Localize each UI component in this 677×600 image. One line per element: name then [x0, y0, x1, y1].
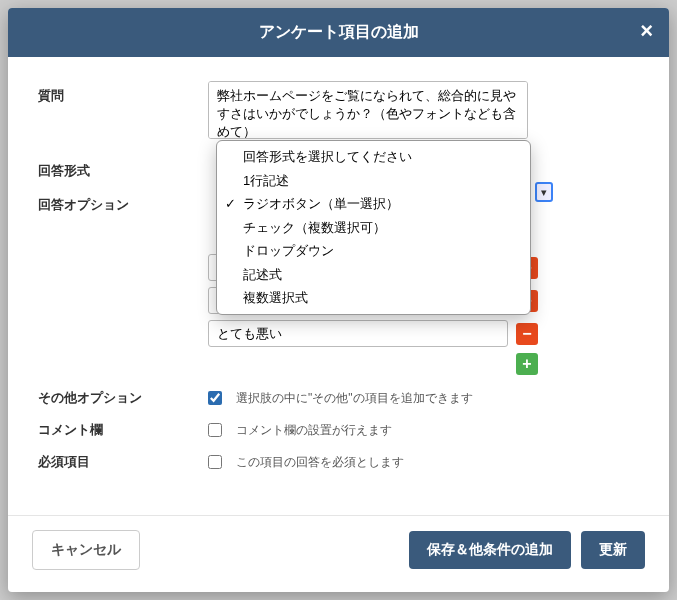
option-input[interactable]: [208, 320, 508, 347]
comment-field-checkbox[interactable]: [208, 423, 222, 437]
select-caret-icon[interactable]: ▾: [535, 182, 553, 202]
add-option-icon[interactable]: +: [516, 353, 538, 375]
label-answer-format: 回答形式: [38, 156, 208, 180]
row-question: 質問 弊社ホームページをご覧になられて、総合的に見やすさはいかがでしょうか？（色…: [38, 81, 639, 142]
row-required: 必須項目 この項目の回答を必須とします: [38, 453, 639, 471]
label-comment-field: コメント欄: [38, 421, 208, 439]
modal-title: アンケート項目の追加: [259, 22, 419, 43]
save-add-button[interactable]: 保存＆他条件の追加: [409, 531, 571, 569]
required-text: この項目の回答を必須とします: [236, 454, 404, 471]
add-option-row: +: [208, 353, 538, 375]
dropdown-option-checkbox[interactable]: チェック（複数選択可）: [217, 216, 530, 240]
footer-right: 保存＆他条件の追加 更新: [409, 531, 645, 569]
comment-field-text: コメント欄の設置が行えます: [236, 422, 392, 439]
update-button[interactable]: 更新: [581, 531, 645, 569]
question-textarea[interactable]: 弊社ホームページをご覧になられて、総合的に見やすさはいかがでしょうか？（色やフォ…: [208, 81, 528, 139]
other-option-text: 選択肢の中に"その他"の項目を追加できます: [236, 390, 473, 407]
remove-option-icon[interactable]: −: [516, 323, 538, 345]
dropdown-option-textarea[interactable]: 記述式: [217, 263, 530, 287]
required-checkbox[interactable]: [208, 455, 222, 469]
label-question: 質問: [38, 81, 208, 105]
cancel-button[interactable]: キャンセル: [32, 530, 140, 570]
dropdown-option-radio[interactable]: ラジオボタン（単一選択）: [217, 192, 530, 216]
row-comment-field: コメント欄 コメント欄の設置が行えます: [38, 421, 639, 439]
label-answer-options: 回答オプション: [38, 190, 208, 214]
label-required: 必須項目: [38, 453, 208, 471]
comment-field-control: コメント欄の設置が行えます: [208, 422, 392, 439]
row-other-option: その他オプション 選択肢の中に"その他"の項目を追加できます: [38, 389, 639, 407]
required-control: この項目の回答を必須とします: [208, 454, 404, 471]
option-row: −: [208, 320, 639, 347]
dropdown-placeholder[interactable]: 回答形式を選択してください: [217, 145, 530, 169]
close-icon[interactable]: ×: [640, 18, 653, 44]
spacer: [38, 254, 208, 260]
dropdown-option-dropdown[interactable]: ドロップダウン: [217, 239, 530, 263]
dropdown-option-multi[interactable]: 複数選択式: [217, 286, 530, 310]
modal-footer: キャンセル 保存＆他条件の追加 更新: [8, 515, 669, 592]
modal-header: アンケート項目の追加 ×: [8, 8, 669, 57]
dropdown-option-one-line[interactable]: 1行記述: [217, 169, 530, 193]
label-other-option: その他オプション: [38, 389, 208, 407]
other-option-control: 選択肢の中に"その他"の項目を追加できます: [208, 390, 473, 407]
other-option-checkbox[interactable]: [208, 391, 222, 405]
format-dropdown-popup: 回答形式を選択してください 1行記述 ラジオボタン（単一選択） チェック（複数選…: [216, 140, 531, 315]
field-question: 弊社ホームページをご覧になられて、総合的に見やすさはいかがでしょうか？（色やフォ…: [208, 81, 639, 142]
